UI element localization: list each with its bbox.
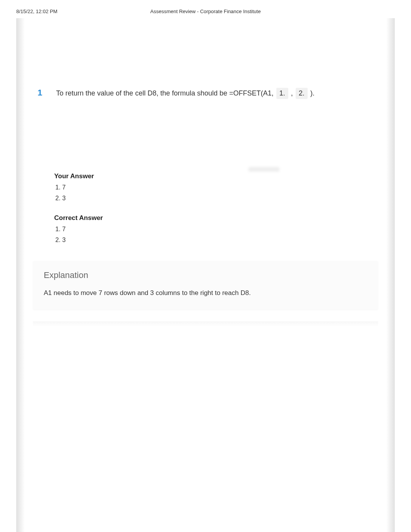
question-number: 1: [38, 88, 43, 98]
explanation-text: A1 needs to move 7 rows down and 3 colum…: [44, 288, 367, 298]
divider-shadow: [33, 321, 378, 327]
question-text: To return the value of the cell D8, the …: [56, 88, 315, 99]
content-area: 1 To return the value of the cell D8, th…: [16, 18, 395, 327]
page-wrapper: 1 To return the value of the cell D8, th…: [16, 18, 395, 327]
header-timestamp: 8/15/22, 12:02 PM: [16, 9, 57, 14]
correct-answer-item-1: 1. 7: [54, 226, 373, 233]
question-blank-2: 2.: [296, 88, 308, 99]
your-answer-item-2: 2. 3: [54, 195, 373, 202]
correct-answer-block: Correct Answer 1. 7 2. 3: [54, 214, 373, 244]
question-row: 1 To return the value of the cell D8, th…: [38, 88, 373, 99]
your-answer-heading: Your Answer: [54, 172, 373, 180]
explanation-box: Explanation A1 needs to move 7 rows down…: [33, 261, 378, 310]
question-text-part2: ).: [308, 89, 315, 97]
your-answer-item-1: 1. 7: [54, 184, 373, 191]
question-separator: ,: [289, 89, 295, 97]
correct-answer-item-2: 2. 3: [54, 237, 373, 244]
your-answer-block: Your Answer 1. 7 2. 3: [54, 172, 373, 202]
answers-section: Your Answer 1. 7 2. 3 Correct Answer 1. …: [38, 172, 373, 244]
header-title: Assessment Review - Corporate Finance In…: [150, 9, 260, 14]
page-header: 8/15/22, 12:02 PM Assessment Review - Co…: [0, 0, 411, 18]
question-blank-1: 1.: [276, 88, 288, 99]
question-text-part1: To return the value of the cell D8, the …: [56, 89, 276, 97]
blurred-watermark: [248, 167, 279, 172]
explanation-title: Explanation: [44, 270, 367, 280]
correct-answer-heading: Correct Answer: [54, 214, 373, 222]
